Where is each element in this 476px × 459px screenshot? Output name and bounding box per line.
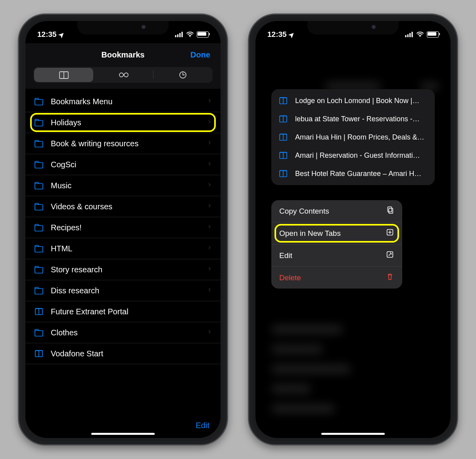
glasses-icon bbox=[118, 70, 130, 80]
bookmark-icon bbox=[278, 132, 288, 142]
bookmark-row[interactable]: Diss research bbox=[25, 280, 221, 301]
chevron-right-icon bbox=[207, 286, 212, 295]
folder-icon bbox=[34, 118, 44, 127]
status-bar: 12:35 ➤ bbox=[25, 21, 221, 43]
chevron-right-icon bbox=[207, 160, 212, 169]
bookmark-row[interactable]: Story research bbox=[25, 259, 221, 280]
folder-icon bbox=[34, 244, 44, 253]
location-icon: ➤ bbox=[286, 30, 296, 40]
bookmark-row[interactable]: Holidays bbox=[25, 112, 221, 133]
folder-icon bbox=[34, 160, 44, 169]
bookmark-label: Book & writing resources bbox=[51, 139, 200, 148]
clock-icon bbox=[177, 70, 188, 80]
bookmark-label: CogSci bbox=[51, 160, 200, 169]
phone-right-screen: 12:35 ➤ bbox=[255, 21, 451, 438]
bookmark-row[interactable]: HTML bbox=[25, 238, 221, 259]
blurred-background bbox=[255, 43, 451, 46]
bookmark-row[interactable]: Book & writing resources bbox=[25, 133, 221, 154]
preview-bookmark-row: Amari Hua Hin | Room Prices, Deals &… bbox=[271, 128, 435, 146]
preview-bookmark-row: Best Hotel Rate Guarantee – Amari H… bbox=[271, 164, 435, 183]
battery-icon bbox=[197, 31, 209, 38]
home-indicator[interactable] bbox=[321, 433, 385, 435]
bookmark-label: Holidays bbox=[51, 118, 200, 127]
home-indicator[interactable] bbox=[91, 433, 155, 435]
bookmark-icon bbox=[278, 114, 288, 124]
book-icon bbox=[58, 70, 69, 80]
status-bar: 12:35 ➤ bbox=[255, 21, 451, 43]
menu-item-delete[interactable]: Delete bbox=[271, 267, 402, 289]
bookmark-row[interactable]: Music bbox=[25, 175, 221, 196]
bookmarks-segmented-control[interactable] bbox=[33, 67, 213, 83]
bookmark-row[interactable]: CogSci bbox=[25, 154, 221, 175]
bookmark-label: Videos & courses bbox=[51, 202, 200, 211]
bookmark-icon bbox=[34, 349, 44, 358]
preview-bookmark-label: Lodge on Loch Lomond | Book Now |… bbox=[295, 97, 428, 105]
context-menu: Copy ContentsOpen in New TabsEditDelete bbox=[271, 200, 402, 289]
chevron-right-icon bbox=[207, 181, 212, 190]
phone-left-screen: 12:35 ➤ Bookmarks Done bbox=[25, 21, 221, 438]
preview-bookmark-label: lebua at State Tower - Reservations -… bbox=[295, 115, 428, 123]
chevron-right-icon bbox=[207, 139, 212, 148]
bookmark-row[interactable]: Future Extranet Portal bbox=[25, 301, 221, 322]
menu-item-edit[interactable]: Edit bbox=[271, 245, 402, 267]
bookmark-icon bbox=[34, 307, 44, 316]
bookmark-label: Vodafone Start bbox=[51, 349, 212, 358]
folder-icon bbox=[34, 328, 44, 337]
bookmarks-preview-card: Lodge on Loch Lomond | Book Now |…lebua … bbox=[271, 89, 435, 185]
folder-icon bbox=[34, 286, 44, 295]
copy-icon bbox=[386, 206, 394, 216]
folder-icon bbox=[34, 202, 44, 211]
preview-bookmark-row: lebua at State Tower - Reservations -… bbox=[271, 110, 435, 128]
chevron-right-icon bbox=[207, 328, 212, 337]
bookmark-label: Diss research bbox=[51, 286, 200, 295]
bookmark-label: Bookmarks Menu bbox=[51, 97, 200, 106]
done-button[interactable]: Done bbox=[190, 50, 210, 59]
signal-icon bbox=[175, 32, 183, 37]
tab-reading-list[interactable] bbox=[94, 67, 153, 83]
tab-bookmarks[interactable] bbox=[34, 68, 93, 82]
wifi-icon bbox=[416, 32, 424, 37]
menu-item-open-in-new-tabs[interactable]: Open in New Tabs bbox=[271, 222, 402, 245]
bookmark-row[interactable]: Videos & courses bbox=[25, 196, 221, 217]
bookmark-label: Clothes bbox=[51, 328, 200, 337]
folder-icon bbox=[34, 97, 44, 106]
status-time: 12:35 bbox=[267, 30, 287, 39]
folder-icon bbox=[34, 181, 44, 190]
battery-icon bbox=[427, 31, 439, 38]
menu-item-copy-contents[interactable]: Copy Contents bbox=[271, 200, 402, 222]
folder-icon bbox=[34, 223, 44, 232]
preview-bookmark-row: Amari | Reservation - Guest Informati… bbox=[271, 146, 435, 164]
bookmark-label: Recipes! bbox=[51, 223, 200, 232]
newtab-icon bbox=[386, 228, 394, 239]
preview-bookmark-label: Best Hotel Rate Guarantee – Amari H… bbox=[295, 170, 428, 178]
bookmark-row[interactable]: Recipes! bbox=[25, 217, 221, 238]
edit-button[interactable]: Edit bbox=[196, 421, 209, 430]
chevron-right-icon bbox=[207, 97, 212, 106]
status-time: 12:35 bbox=[37, 30, 57, 39]
wifi-icon bbox=[186, 32, 194, 37]
location-icon: ➤ bbox=[56, 30, 66, 40]
preview-bookmark-label: Amari | Reservation - Guest Informati… bbox=[295, 151, 428, 160]
trash-icon bbox=[386, 272, 394, 283]
chevron-right-icon bbox=[207, 118, 212, 127]
edit-icon bbox=[386, 250, 394, 261]
menu-item-label: Delete bbox=[279, 273, 301, 282]
bookmark-row[interactable]: Vodafone Start bbox=[25, 343, 221, 364]
folder-icon bbox=[34, 265, 44, 274]
bookmark-row[interactable]: Bookmarks Menu bbox=[25, 91, 221, 112]
menu-item-label: Open in New Tabs bbox=[279, 229, 341, 238]
chevron-right-icon bbox=[207, 244, 212, 253]
phone-right: 12:35 ➤ bbox=[248, 13, 458, 446]
tab-history[interactable] bbox=[154, 67, 213, 83]
chevron-right-icon bbox=[207, 265, 212, 274]
phone-left: 12:35 ➤ Bookmarks Done bbox=[18, 13, 228, 446]
preview-bookmark-row: Lodge on Loch Lomond | Book Now |… bbox=[271, 92, 435, 110]
menu-item-label: Edit bbox=[279, 251, 292, 260]
bookmark-icon bbox=[278, 96, 288, 105]
preview-bookmark-label: Amari Hua Hin | Room Prices, Deals &… bbox=[295, 133, 428, 142]
signal-icon bbox=[405, 32, 413, 37]
page-title: Bookmarks bbox=[102, 50, 145, 59]
bookmark-row[interactable]: Clothes bbox=[25, 322, 221, 343]
chevron-right-icon bbox=[207, 223, 212, 232]
folder-icon bbox=[34, 139, 44, 148]
